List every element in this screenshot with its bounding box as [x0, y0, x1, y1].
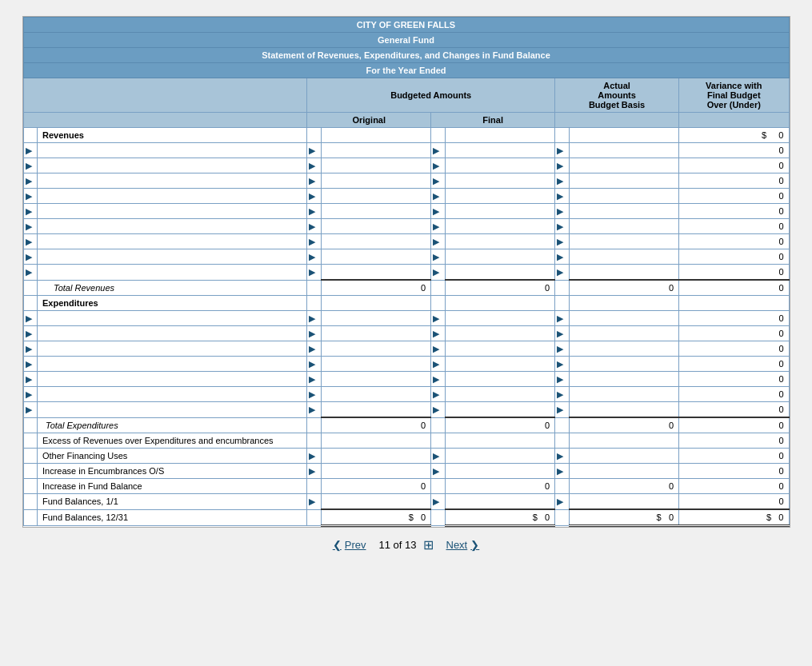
revenue-orig-2[interactable]	[326, 161, 426, 170]
inc-enc-orig[interactable]	[326, 466, 426, 476]
inc-enc-actual[interactable]	[574, 466, 674, 476]
expenditure-row-7[interactable]: ▶ ▶ ▶ ▶ 0	[23, 402, 789, 418]
expenditure-name-4[interactable]	[42, 359, 302, 369]
revenue-final-3[interactable]	[450, 176, 550, 185]
expenditure-actual-1[interactable]	[574, 313, 674, 323]
prev-label[interactable]: Prev	[345, 539, 366, 551]
expenditure-name-5[interactable]	[42, 374, 302, 384]
revenue-actual-3[interactable]	[574, 176, 674, 185]
revenue-orig-3[interactable]	[326, 176, 426, 185]
revenue-actual-2[interactable]	[574, 161, 674, 170]
revenue-name-3[interactable]	[42, 176, 302, 185]
revenue-actual-5[interactable]	[574, 206, 674, 216]
expenditure-name-6[interactable]	[42, 389, 302, 399]
revenue-final-6[interactable]	[450, 221, 550, 231]
report-table: CITY OF GREEN FALLS General Fund Stateme…	[23, 17, 790, 527]
revenue-name-7[interactable]	[42, 237, 302, 246]
revenue-name-5[interactable]	[42, 206, 302, 216]
expenditure-name-3[interactable]	[42, 344, 302, 353]
expenditure-final-3[interactable]	[450, 344, 550, 353]
next-button[interactable]: Next ❯	[446, 539, 480, 551]
revenue-actual-4[interactable]	[574, 191, 674, 201]
fund-balance-start-row[interactable]: Fund Balances, 1/1 ▶ ▶ ▶ 0	[23, 494, 789, 510]
revenue-row-1[interactable]: ▶ ▶ ▶ ▶ 0	[23, 143, 789, 158]
expenditure-actual-5[interactable]	[574, 374, 674, 384]
fund-start-final[interactable]	[450, 497, 550, 506]
expenditure-name-7[interactable]	[42, 405, 302, 414]
expenditure-row-6[interactable]: ▶ ▶ ▶ ▶ 0	[23, 387, 789, 402]
expenditure-final-2[interactable]	[450, 329, 550, 338]
next-label[interactable]: Next	[446, 539, 468, 551]
other-financing-row[interactable]: Other Financing Uses ▶ ▶ ▶ 0	[23, 449, 789, 464]
other-financing-actual[interactable]	[574, 451, 674, 461]
revenue-name-2[interactable]	[42, 161, 302, 170]
expenditure-actual-3[interactable]	[574, 344, 674, 353]
expenditure-orig-4[interactable]	[326, 359, 426, 369]
expenditure-name-2[interactable]	[42, 329, 302, 338]
expenditure-orig-1[interactable]	[326, 313, 426, 323]
expenditure-orig-2[interactable]	[326, 329, 426, 338]
prev-button[interactable]: ❮ Prev	[333, 539, 366, 551]
expenditure-row-1[interactable]: ▶ ▶ ▶ ▶ 0	[23, 311, 789, 326]
grid-view-icon[interactable]: ⊞	[423, 537, 434, 552]
revenue-name-1[interactable]	[42, 146, 302, 155]
increase-encumbrances-row[interactable]: Increase in Encumbrances O/S ▶ ▶ ▶ 0	[23, 464, 789, 479]
revenue-final-7[interactable]	[450, 237, 550, 246]
inc-enc-final[interactable]	[450, 466, 550, 476]
expenditure-actual-6[interactable]	[574, 389, 674, 399]
expenditure-row-3[interactable]: ▶ ▶ ▶ ▶ 0	[23, 341, 789, 357]
expenditure-final-1[interactable]	[450, 313, 550, 323]
revenue-orig-1[interactable]	[326, 146, 426, 155]
revenue-final-4[interactable]	[450, 191, 550, 201]
revenue-name-8[interactable]	[42, 252, 302, 261]
revenue-actual-1[interactable]	[574, 146, 674, 155]
revenue-name-4[interactable]	[42, 191, 302, 201]
revenue-orig-6[interactable]	[326, 221, 426, 231]
revenue-orig-7[interactable]	[326, 237, 426, 246]
revenue-final-9[interactable]	[450, 267, 550, 277]
revenue-final-1[interactable]	[450, 146, 550, 155]
fund-start-actual[interactable]	[574, 497, 674, 506]
expenditure-orig-7[interactable]	[326, 405, 426, 414]
other-financing-orig[interactable]	[326, 451, 426, 461]
revenue-actual-6[interactable]	[574, 221, 674, 231]
expenditure-actual-2[interactable]	[574, 329, 674, 338]
revenue-orig-4[interactable]	[326, 191, 426, 201]
expenditure-orig-5[interactable]	[326, 374, 426, 384]
expenditure-actual-4[interactable]	[574, 359, 674, 369]
revenue-actual-9[interactable]	[574, 267, 674, 277]
revenue-final-8[interactable]	[450, 252, 550, 261]
expenditure-final-5[interactable]	[450, 374, 550, 384]
revenue-row-3[interactable]: ▶ ▶ ▶ ▶ 0	[23, 173, 789, 189]
expenditure-row-2[interactable]: ▶ ▶ ▶ ▶ 0	[23, 326, 789, 341]
revenue-orig-9[interactable]	[326, 267, 426, 277]
revenue-name-9[interactable]	[42, 267, 302, 277]
fund-start-orig[interactable]	[326, 497, 426, 506]
revenue-row-6[interactable]: ▶ ▶ ▶ ▶ 0	[23, 219, 789, 234]
revenue-row-9[interactable]: ▶ ▶ ▶ ▶ 0	[23, 265, 789, 281]
revenue-row-4[interactable]: ▶ ▶ ▶ ▶ 0	[23, 189, 789, 204]
expenditure-row-5[interactable]: ▶ ▶ ▶ ▶ 0	[23, 372, 789, 387]
expenditure-orig-3[interactable]	[326, 344, 426, 353]
expenditure-final-6[interactable]	[450, 389, 550, 399]
revenue-row-5[interactable]: ▶ ▶ ▶ ▶ 0	[23, 204, 789, 219]
expenditure-name-1[interactable]	[42, 313, 302, 323]
expenditure-final-4[interactable]	[450, 359, 550, 369]
revenue-orig-5[interactable]	[326, 206, 426, 216]
revenue-name-6[interactable]	[42, 221, 302, 231]
revenue-row-8[interactable]: ▶ ▶ ▶ ▶ 0	[23, 249, 789, 265]
expenditure-final-7[interactable]	[450, 405, 550, 414]
expenditure-orig-6[interactable]	[326, 389, 426, 399]
revenue-final-2[interactable]	[450, 161, 550, 170]
expenditure-row-4[interactable]: ▶ ▶ ▶ ▶ 0	[23, 357, 789, 372]
revenue-actual-8[interactable]	[574, 252, 674, 261]
revenue-row-2[interactable]: ▶ ▶ ▶ ▶ 0	[23, 158, 789, 173]
revenue-row-7[interactable]: ▶ ▶ ▶ ▶ 0	[23, 234, 789, 249]
other-financing-final[interactable]	[450, 451, 550, 461]
total-exp-variance: 0	[679, 417, 789, 433]
revenue-final-5[interactable]	[450, 206, 550, 216]
revenue-actual-7[interactable]	[574, 237, 674, 246]
other-financing-label: Other Financing Uses	[37, 449, 306, 464]
revenue-orig-8[interactable]	[326, 252, 426, 261]
expenditure-actual-7[interactable]	[574, 405, 674, 414]
